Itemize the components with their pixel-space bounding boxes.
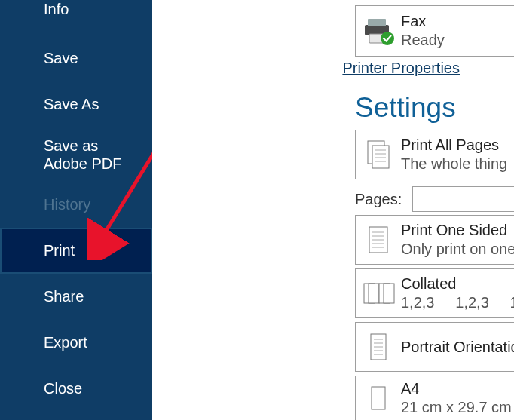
printer-selector[interactable]: Fax Ready ▾ xyxy=(355,5,514,57)
blank-page-icon xyxy=(356,383,401,413)
sidebar-item-label: Save as Adobe PDF xyxy=(44,136,137,173)
sidebar-item-save-as[interactable]: Save As xyxy=(0,81,152,127)
pages-label: Pages: xyxy=(355,191,402,208)
svg-rect-7 xyxy=(372,146,389,168)
print-sides-subtitle: Only print on one side of th… xyxy=(401,240,514,259)
printer-name: Fax xyxy=(401,12,514,31)
orientation-selector[interactable]: Portrait Orientation ▾ xyxy=(355,322,514,372)
settings-heading: Settings xyxy=(355,92,456,124)
sidebar-item-label: History xyxy=(44,196,90,213)
sidebar-item-label: Print xyxy=(44,242,75,259)
backstage-sidebar: Info Save Save As Save as Adobe PDF Hist… xyxy=(0,0,152,420)
document-stack-icon xyxy=(356,138,401,171)
svg-point-5 xyxy=(381,32,394,45)
sidebar-item-export[interactable]: Export xyxy=(0,320,152,366)
sidebar-item-close[interactable]: Close xyxy=(0,366,152,412)
svg-rect-3 xyxy=(368,19,386,26)
portrait-page-icon xyxy=(356,330,401,363)
printer-status: Ready xyxy=(401,31,514,50)
sidebar-item-save[interactable]: Save xyxy=(0,35,152,81)
sidebar-item-label: Share xyxy=(44,288,84,305)
collate-selector[interactable]: Collated 1,2,3 1,2,3 1,2,3 ▾ xyxy=(355,268,514,318)
collate-subtitle: 1,2,3 1,2,3 1,2,3 xyxy=(401,293,514,312)
sidebar-item-label: Save As xyxy=(44,96,99,113)
collated-pages-icon xyxy=(356,279,401,308)
sidebar-item-label: Close xyxy=(44,380,82,397)
printer-properties-link[interactable]: Printer Properties xyxy=(342,60,460,77)
paper-size-subtitle: 21 cm x 29.7 cm xyxy=(401,398,514,417)
orientation-title: Portrait Orientation xyxy=(401,339,514,356)
svg-rect-21 xyxy=(384,284,394,303)
svg-rect-28 xyxy=(372,387,385,409)
sidebar-item-info[interactable]: Info xyxy=(0,0,152,35)
sidebar-item-label: Save xyxy=(44,50,78,67)
single-page-icon xyxy=(356,223,401,256)
sidebar-item-history[interactable]: History xyxy=(0,182,152,228)
sidebar-item-save-as-adobe-pdf[interactable]: Save as Adobe PDF xyxy=(0,127,152,182)
paper-size-selector[interactable]: A4 21 cm x 29.7 cm ▾ xyxy=(355,376,514,420)
print-settings-pane: Fax Ready ▾ Printer Properties Settings … xyxy=(152,0,514,420)
print-sides-selector[interactable]: Print One Sided Only print on one side o… xyxy=(355,215,514,265)
print-scope-selector[interactable]: Print All Pages The whole thing ▾ xyxy=(355,130,514,179)
svg-rect-19 xyxy=(369,284,379,303)
print-scope-subtitle: The whole thing xyxy=(401,155,514,173)
pages-row: Pages: i xyxy=(355,186,514,212)
sidebar-item-label: Info xyxy=(44,1,69,18)
print-sides-title: Print One Sided xyxy=(401,221,514,240)
sidebar-item-share[interactable]: Share xyxy=(0,274,152,320)
print-scope-title: Print All Pages xyxy=(401,136,514,155)
sidebar-item-print[interactable]: Print xyxy=(0,228,152,274)
pages-input[interactable] xyxy=(412,186,514,212)
printer-ready-icon xyxy=(356,16,401,46)
sidebar-item-label: Export xyxy=(44,334,87,351)
paper-size-title: A4 xyxy=(401,379,514,398)
collate-title: Collated xyxy=(401,274,514,293)
